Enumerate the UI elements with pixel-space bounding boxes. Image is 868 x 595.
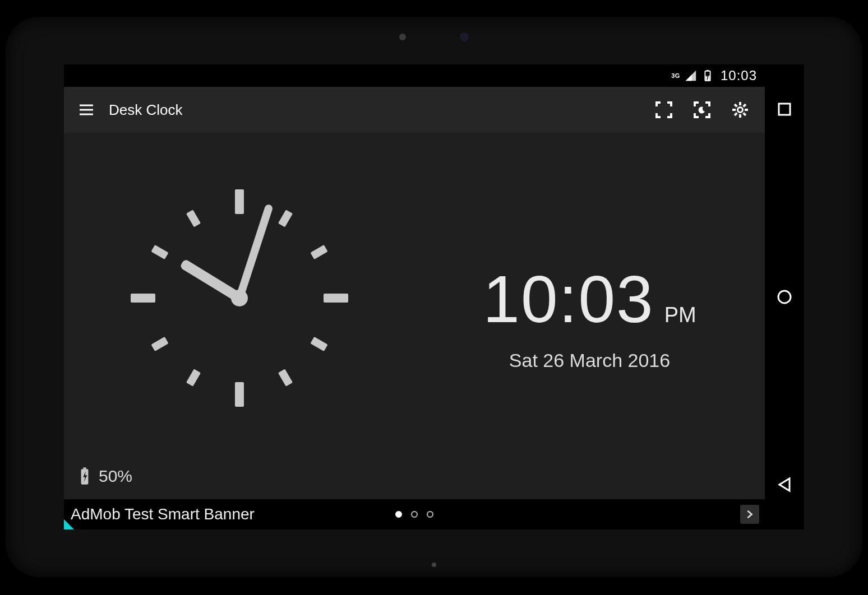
recent-apps-button[interactable] — [773, 98, 796, 120]
digital-ampm: PM — [664, 303, 696, 327]
home-button[interactable] — [773, 286, 796, 308]
clock-tick — [131, 294, 155, 303]
app-toolbar: Desk Clock — [64, 87, 765, 133]
recent-apps-icon — [776, 101, 793, 118]
app-body: 10:03 PM Sat 26 March 2016 50% — [64, 133, 765, 499]
ad-badge-icon — [64, 519, 74, 529]
fullscreen-icon — [655, 101, 672, 118]
clock-tick — [151, 337, 168, 351]
pager-dot[interactable] — [427, 511, 433, 518]
svg-rect-11 — [734, 112, 738, 116]
ad-banner[interactable]: AdMob Test Smart Banner — [64, 499, 765, 529]
ad-pager — [395, 511, 433, 518]
app-title: Desk Clock — [109, 101, 182, 119]
battery-charging-icon — [701, 69, 714, 82]
ad-text: AdMob Test Smart Banner — [71, 505, 255, 523]
chevron-right-icon — [745, 509, 755, 519]
fullscreen-button[interactable] — [645, 93, 683, 127]
clock-tick — [151, 245, 168, 259]
clock-tick — [235, 382, 244, 407]
clock-tick — [310, 245, 327, 259]
battery-percent: 50% — [99, 467, 132, 486]
svg-rect-1 — [707, 70, 709, 71]
clock-tick — [310, 337, 327, 351]
main-column: 3G 10:03 Desk Clock — [64, 64, 765, 529]
clock-tick — [186, 369, 200, 386]
svg-rect-9 — [745, 109, 748, 111]
battery-status: 50% — [79, 467, 132, 486]
gear-icon — [732, 101, 749, 118]
battery-icon — [79, 467, 91, 486]
statusbar-time: 10:03 — [721, 68, 757, 83]
pager-dot[interactable] — [395, 511, 402, 518]
clock-tick — [278, 210, 292, 227]
date-text: Sat 26 March 2016 — [509, 350, 670, 371]
clock-tick — [235, 189, 244, 214]
cell-signal-icon — [685, 69, 697, 82]
digital-time-row: 10:03 PM — [483, 261, 696, 337]
svg-rect-6 — [739, 102, 741, 105]
svg-point-17 — [778, 291, 791, 303]
svg-rect-12 — [734, 104, 738, 108]
digital-time: 10:03 — [483, 261, 654, 337]
night-mode-button[interactable] — [683, 93, 721, 127]
menu-icon — [78, 101, 95, 118]
screen: 3G 10:03 Desk Clock — [64, 64, 804, 529]
svg-rect-13 — [742, 112, 746, 116]
svg-marker-18 — [779, 478, 789, 491]
minute-hand — [236, 203, 273, 299]
system-nav-bar — [765, 64, 804, 529]
svg-rect-10 — [742, 104, 746, 108]
ad-next-button[interactable] — [740, 505, 759, 524]
menu-button[interactable] — [70, 93, 103, 127]
status-bar: 3G 10:03 — [64, 64, 765, 87]
clock-tick — [324, 294, 348, 303]
home-icon — [776, 289, 793, 305]
settings-button[interactable] — [721, 93, 759, 127]
network-label: 3G — [671, 72, 680, 79]
night-fullscreen-icon — [694, 101, 710, 118]
svg-rect-8 — [732, 109, 736, 111]
tablet-frame: 3G 10:03 Desk Clock — [6, 17, 862, 577]
clock-hub — [231, 290, 248, 306]
clock-tick — [186, 210, 200, 227]
pager-dot[interactable] — [411, 511, 418, 518]
svg-rect-7 — [739, 114, 741, 118]
svg-rect-15 — [83, 467, 86, 469]
svg-rect-16 — [779, 104, 790, 115]
digital-info-area: 10:03 PM Sat 26 March 2016 — [414, 133, 765, 499]
clock-tick — [278, 369, 292, 386]
analog-clock — [127, 186, 352, 410]
analog-clock-area — [64, 133, 414, 499]
back-icon — [776, 476, 793, 493]
back-button[interactable] — [773, 473, 796, 496]
